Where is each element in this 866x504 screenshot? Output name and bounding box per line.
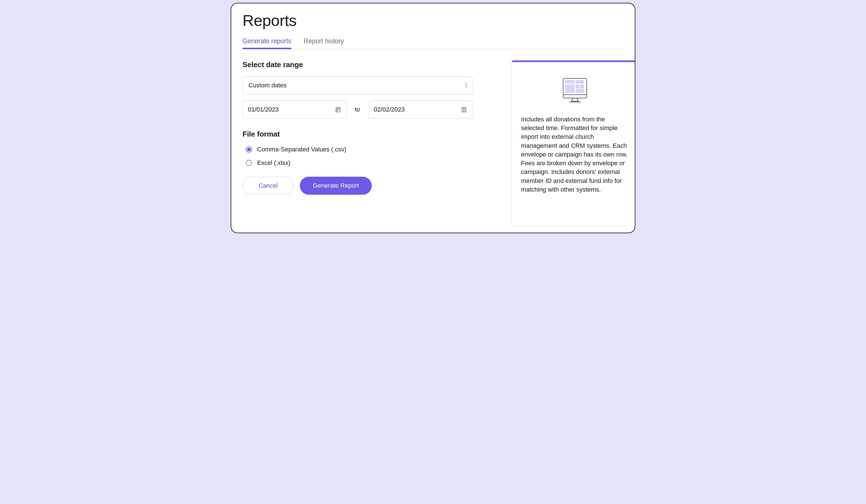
calendar-icon — [335, 107, 341, 113]
date-from-value: 01/01/2023 — [248, 106, 279, 113]
file-format-heading: File format — [243, 130, 472, 138]
svg-rect-5 — [580, 85, 584, 89]
radio-checked-icon — [246, 146, 252, 153]
tab-generate-label: Generate reports — [243, 37, 291, 45]
radio-csv[interactable]: Comma-Separated Values (.csv) — [243, 146, 472, 153]
file-format-radio-group: Comma-Separated Values (.csv) Excel (.xl… — [243, 146, 472, 167]
page-title: Reports — [243, 11, 623, 30]
cancel-button[interactable]: Cancel — [243, 177, 293, 195]
radio-xlsx-label: Excel (.xlsx) — [257, 159, 290, 167]
date-range-select[interactable]: Custom dates — [243, 76, 472, 94]
svg-rect-1 — [565, 80, 574, 83]
generate-report-button[interactable]: Generate Report — [300, 177, 372, 195]
radio-xlsx[interactable]: Excel (.xlsx) — [243, 159, 472, 167]
radio-csv-label: Comma-Separated Values (.csv) — [257, 146, 346, 153]
form-column: Select date range Custom dates 01/01/202… — [243, 60, 472, 226]
info-card: Includes all donations from the selected… — [512, 60, 635, 226]
tabs-bar: Generate reports Report history — [243, 37, 623, 49]
monitor-icon — [561, 76, 589, 104]
svg-rect-2 — [576, 80, 584, 83]
button-row: Cancel Generate Report — [243, 177, 472, 195]
date-to-input[interactable]: 02/02/2023 — [368, 101, 472, 119]
date-range-heading: Select date range — [243, 60, 472, 69]
tab-history-label: Report history — [304, 37, 344, 45]
tab-report-history[interactable]: Report history — [304, 37, 344, 49]
content-area: Select date range Custom dates 01/01/202… — [243, 60, 623, 226]
radio-unchecked-icon — [246, 160, 252, 166]
info-column: Includes all donations from the selected… — [512, 60, 635, 226]
cancel-button-label: Cancel — [258, 182, 278, 189]
reports-window: Reports Generate reports Report history … — [231, 3, 635, 233]
svg-rect-3 — [565, 85, 574, 93]
svg-rect-4 — [576, 85, 579, 89]
tab-generate-reports[interactable]: Generate reports — [243, 37, 291, 49]
info-illustration — [521, 76, 629, 104]
date-to-label: to — [355, 106, 360, 113]
date-to-value: 02/02/2023 — [374, 106, 404, 113]
date-row: 01/01/2023 to 02/02/2023 — [243, 101, 472, 119]
date-from-input[interactable]: 01/01/2023 — [243, 101, 346, 119]
generate-button-label: Generate Report — [313, 182, 359, 189]
chevron-down-icon — [466, 83, 466, 88]
calendar-icon — [461, 107, 467, 113]
svg-rect-8 — [563, 95, 587, 98]
date-range-select-value: Custom dates — [248, 82, 287, 89]
svg-rect-6 — [576, 89, 584, 93]
info-description: Includes all donations from the selected… — [521, 115, 629, 194]
